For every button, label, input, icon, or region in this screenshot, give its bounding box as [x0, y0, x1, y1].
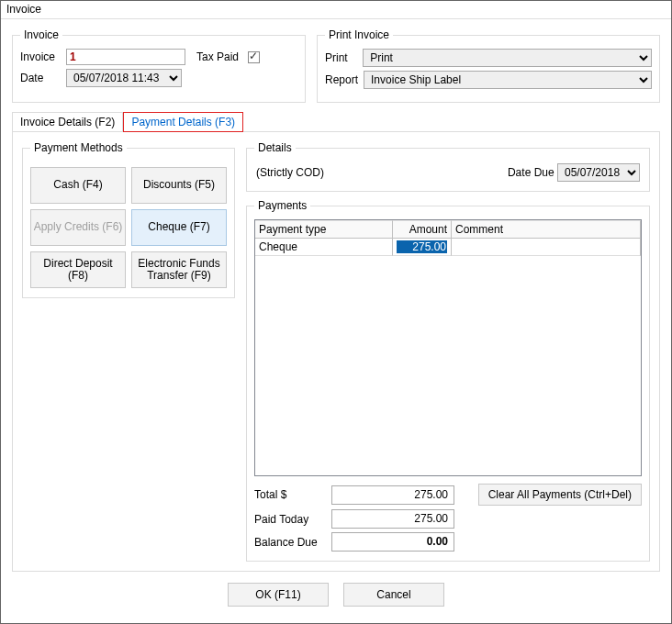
date-label: Date [20, 72, 61, 84]
invoice-legend: Invoice [20, 28, 62, 41]
paid-today-label: Paid Today [254, 513, 331, 526]
date-due-select[interactable]: 05/07/2018 [557, 163, 640, 182]
paid-today-value: 275.00 [331, 509, 454, 529]
invoice-group: Invoice Invoice Tax Paid Date 05/07/2018… [12, 28, 306, 103]
cod-text: (Strictly COD) [256, 166, 324, 179]
cancel-button[interactable]: Cancel [343, 583, 444, 607]
cell-payment-type[interactable]: Cheque [255, 239, 393, 256]
balance-due-label: Balance Due [254, 536, 331, 549]
details-legend: Details [254, 141, 296, 154]
discounts-button[interactable]: Discounts (F5) [131, 167, 227, 204]
tab-payment-details[interactable]: Payment Details (F3) [123, 112, 243, 132]
tab-body: Payment Methods Cash (F4) Discounts (F5)… [12, 131, 660, 572]
table-row[interactable]: Cheque 275.00 [255, 239, 641, 256]
print-label: Print [325, 51, 357, 64]
total-label: Total $ [254, 488, 331, 501]
payment-methods-legend: Payment Methods [30, 141, 127, 154]
payments-table[interactable]: Payment type Amount Comment Cheque 275.0… [254, 219, 642, 476]
content: Invoice Invoice Tax Paid Date 05/07/2018… [1, 19, 671, 612]
balance-due-value: 0.00 [331, 532, 454, 552]
window-title: Invoice [1, 1, 671, 19]
cash-button[interactable]: Cash (F4) [30, 167, 126, 204]
payments-group: Payments Payment type Amount Comment Che… [246, 199, 650, 562]
report-select[interactable]: Invoice Ship Label [364, 71, 652, 89]
invoice-number-input[interactable] [66, 49, 185, 65]
ok-button[interactable]: OK (F11) [228, 583, 329, 607]
direct-deposit-button[interactable]: Direct Deposit (F8) [30, 251, 126, 288]
invoice-number-label: Invoice [20, 50, 61, 63]
print-group: Print Invoice Print Print Report Invoice… [317, 28, 660, 103]
col-comment[interactable]: Comment [452, 220, 641, 239]
report-label: Report [325, 73, 358, 86]
taxpaid-checkbox[interactable] [248, 51, 260, 63]
payment-methods-group: Payment Methods Cash (F4) Discounts (F5)… [22, 141, 235, 298]
apply-credits-button[interactable]: Apply Credits (F6) [30, 209, 126, 246]
date-select[interactable]: 05/07/2018 11:43 [66, 69, 182, 87]
window: Invoice Invoice Invoice Tax Paid Date 05… [0, 0, 672, 624]
col-amount[interactable]: Amount [393, 220, 452, 239]
total-value: 275.00 [331, 485, 454, 505]
taxpaid-label: Tax Paid [196, 50, 239, 63]
print-select[interactable]: Print [363, 49, 652, 67]
cheque-button[interactable]: Cheque (F7) [131, 209, 227, 246]
payments-legend: Payments [254, 199, 310, 212]
eft-button[interactable]: Electronic Funds Transfer (F9) [131, 251, 227, 288]
cell-amount[interactable]: 275.00 [393, 239, 452, 256]
col-payment-type[interactable]: Payment type [255, 220, 393, 239]
print-legend: Print Invoice [325, 28, 393, 41]
cell-comment[interactable] [452, 239, 641, 256]
details-group: Details (Strictly COD) Date Due 05/07/20… [246, 141, 650, 192]
clear-all-payments-button[interactable]: Clear All Payments (Ctrl+Del) [478, 484, 642, 506]
tabs: Invoice Details (F2) Payment Details (F3… [12, 112, 660, 132]
date-due-label: Date Due [508, 166, 554, 179]
tab-invoice-details[interactable]: Invoice Details (F2) [12, 112, 123, 132]
